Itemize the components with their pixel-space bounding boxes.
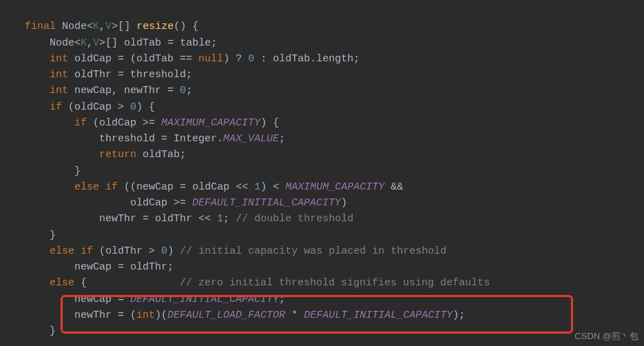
code-line: final Node<K,V>[] resize() { <box>0 21 198 32</box>
comment: // initial capacity was placed in thresh… <box>180 245 446 257</box>
code-line: } <box>0 165 81 177</box>
code-line: else { // zero initial threshold signifi… <box>0 277 490 289</box>
comment: // double threshold <box>236 213 353 225</box>
code-line: threshold = Integer.MAX_VALUE; <box>0 133 285 145</box>
code-line: else if (oldThr > 0) // initial capacity… <box>0 245 446 257</box>
code-line: int oldThr = threshold; <box>0 69 192 81</box>
code-line: int oldCap = (oldTab == null) ? 0 : oldT… <box>0 53 360 65</box>
code-block: final Node<K,V>[] resize() { Node<K,V>[]… <box>0 3 644 339</box>
code-line: } <box>0 325 56 337</box>
method-name: resize <box>136 21 174 32</box>
code-line: } <box>0 230 56 241</box>
code-line: return oldTab; <box>0 149 186 161</box>
keyword-final: final <box>25 21 56 32</box>
watermark: CSDN @煎丶包 <box>574 329 638 343</box>
comment: // zero initial threshold signifies usin… <box>180 277 490 289</box>
code-line: newCap = oldThr; <box>0 261 174 273</box>
code-line: newThr = (int)(DEFAULT_LOAD_FACTOR * DEF… <box>0 309 465 321</box>
code-line: if (oldCap >= MAXIMUM_CAPACITY) { <box>0 117 279 129</box>
code-line: newCap = DEFAULT_INITIAL_CAPACITY; <box>0 294 285 305</box>
code-line: newThr = oldThr << 1; // double threshol… <box>0 213 353 225</box>
code-line: else if ((newCap = oldCap << 1) < MAXIMU… <box>0 181 403 193</box>
code-line: if (oldCap > 0) { <box>0 101 155 113</box>
code-line: Node<K,V>[] oldTab = table; <box>0 37 217 49</box>
code-line: oldCap >= DEFAULT_INITIAL_CAPACITY) <box>0 197 347 209</box>
code-line: int newCap, newThr = 0; <box>0 85 192 96</box>
